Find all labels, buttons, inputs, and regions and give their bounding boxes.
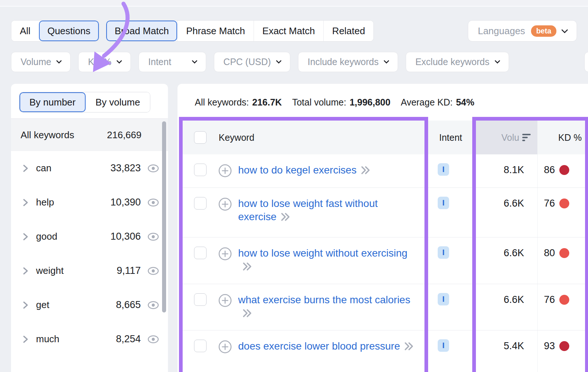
chevron-right-icon: [21, 266, 30, 276]
eye-icon[interactable]: [147, 232, 159, 241]
add-keyword-icon[interactable]: [218, 340, 232, 354]
add-keyword-icon[interactable]: [218, 247, 232, 261]
languages-dropdown[interactable]: Languages beta: [468, 20, 577, 42]
tab-questions[interactable]: Questions: [39, 21, 99, 41]
tab-phrase-match[interactable]: Phrase Match: [177, 21, 253, 41]
group-count: 10,390: [110, 197, 141, 208]
volume-column-header[interactable]: Volu: [476, 121, 537, 154]
chevron-right-icon: [21, 164, 30, 173]
add-keyword-icon[interactable]: [218, 294, 232, 307]
all-keywords-count: 216,669: [107, 129, 141, 141]
include-keywords-dropdown[interactable]: Include keywords: [298, 52, 398, 72]
intent-column-header: Intent: [439, 121, 462, 154]
filter-bar: Volume KD % Intent CPC (USD) Include key…: [11, 52, 509, 72]
table-row: how to do kegel exercises I 8.1K 86: [179, 154, 588, 187]
group-item-good[interactable]: good 10,306: [11, 219, 168, 254]
intent-badge[interactable]: I: [438, 163, 449, 176]
add-keyword-icon[interactable]: [218, 197, 232, 211]
tab-exact-match[interactable]: Exact Match: [254, 21, 323, 41]
summary-stats: All keywords:216.7K Total volume:1,996,8…: [195, 97, 474, 108]
group-count: 10,306: [110, 231, 141, 242]
eye-icon[interactable]: [147, 301, 159, 310]
chevron-right-icon: [21, 335, 30, 344]
table-row: how to lose weight without exercising I …: [179, 237, 588, 284]
group-label: help: [36, 197, 54, 208]
keyword-link[interactable]: what exercise burns the most calories: [238, 293, 418, 320]
open-keyword-icon[interactable]: [243, 309, 253, 318]
chevron-down-icon: [116, 58, 122, 64]
eye-icon[interactable]: [147, 164, 159, 173]
intent-badge[interactable]: I: [438, 293, 449, 305]
by-number-toggle[interactable]: By number: [19, 92, 86, 112]
volume-filter-dropdown[interactable]: Volume: [11, 52, 71, 72]
partial-filter-button[interactable]: [584, 52, 588, 72]
chevron-down-icon: [192, 58, 198, 64]
intent-filter-dropdown[interactable]: Intent: [139, 52, 206, 72]
keyword-table-panel: All keywords:216.7K Total volume:1,996,8…: [178, 84, 588, 372]
table-row: does exercise lower blood pressure I 5.4…: [179, 330, 588, 372]
intent-filter-label: Intent: [148, 57, 171, 67]
stat-value: 54%: [456, 97, 474, 108]
kd-difficulty-dot: [559, 295, 569, 305]
tab-group-all-questions: All Questions: [11, 20, 99, 42]
keyword-link[interactable]: how to do kegel exercises: [238, 164, 418, 177]
all-keywords-group[interactable]: All keywords 216,669: [11, 119, 168, 151]
open-keyword-icon[interactable]: [243, 262, 253, 271]
tab-group-match-types: Broad Match Phrase Match Exact Match Rel…: [106, 20, 374, 42]
table-row: how to lose weight fast without exercise…: [179, 187, 588, 237]
intent-badge[interactable]: I: [438, 339, 449, 352]
tab-related[interactable]: Related: [323, 21, 374, 41]
stat-value: 216.7K: [252, 97, 282, 108]
stat-value: 1,996,800: [349, 97, 390, 108]
chevron-right-icon: [21, 300, 30, 310]
top-strip: [0, 0, 588, 7]
open-keyword-icon[interactable]: [404, 342, 415, 351]
cpc-filter-label: CPC (USD): [223, 57, 271, 67]
volume-filter-label: Volume: [21, 57, 51, 67]
group-item-help[interactable]: help 10,390: [11, 185, 168, 219]
cpc-filter-dropdown[interactable]: CPC (USD): [214, 52, 290, 72]
group-item-weight[interactable]: weight 9,117: [11, 254, 168, 288]
exclude-keywords-dropdown[interactable]: Exclude keywords: [406, 52, 509, 72]
keyword-link[interactable]: how to lose weight fast without exercise: [238, 197, 418, 223]
eye-icon[interactable]: [147, 335, 159, 344]
add-keyword-icon[interactable]: [218, 164, 232, 178]
eye-icon[interactable]: [147, 267, 159, 275]
group-label: good: [36, 231, 57, 242]
by-volume-toggle[interactable]: By volume: [86, 92, 150, 112]
kd-filter-label: KD %: [88, 57, 111, 67]
intent-badge[interactable]: I: [438, 246, 449, 259]
keyword-link[interactable]: how to lose weight without exercising: [238, 247, 418, 273]
eye-icon[interactable]: [147, 198, 159, 207]
group-label: get: [36, 299, 49, 311]
group-label: can: [36, 162, 51, 174]
open-keyword-icon[interactable]: [361, 166, 371, 175]
keyword-text: what exercise burns the most calories: [238, 294, 410, 305]
select-all-checkbox[interactable]: [194, 131, 207, 144]
group-count: 8,254: [116, 333, 141, 345]
kd-filter-dropdown[interactable]: KD %: [78, 52, 131, 72]
group-count: 33,823: [110, 162, 141, 174]
kd-difficulty-dot: [559, 248, 569, 258]
intent-badge[interactable]: I: [438, 197, 449, 209]
row-checkbox[interactable]: [194, 340, 207, 352]
row-checkbox[interactable]: [194, 293, 207, 306]
group-item-can[interactable]: can 33,823: [11, 151, 168, 185]
open-keyword-icon[interactable]: [281, 212, 291, 221]
keyword-text: how to lose weight fast without exercise: [238, 198, 378, 222]
row-checkbox[interactable]: [194, 164, 207, 176]
group-label: much: [36, 333, 60, 345]
row-checkbox[interactable]: [194, 197, 207, 210]
group-count: 9,117: [116, 265, 141, 276]
tab-broad-match[interactable]: Broad Match: [106, 21, 177, 41]
kd-difficulty-dot: [559, 341, 569, 351]
tab-all[interactable]: All: [11, 21, 39, 41]
sort-descending-icon: [522, 134, 531, 142]
sidebar-scrollbar[interactable]: [162, 121, 166, 312]
group-item-much[interactable]: much 8,254: [11, 322, 168, 356]
group-item-get[interactable]: get 8,665: [11, 288, 168, 322]
exclude-keywords-label: Exclude keywords: [415, 57, 489, 67]
row-checkbox[interactable]: [194, 247, 207, 259]
keyword-link[interactable]: does exercise lower blood pressure: [238, 340, 418, 353]
kd-column-header[interactable]: KD %: [537, 121, 585, 154]
